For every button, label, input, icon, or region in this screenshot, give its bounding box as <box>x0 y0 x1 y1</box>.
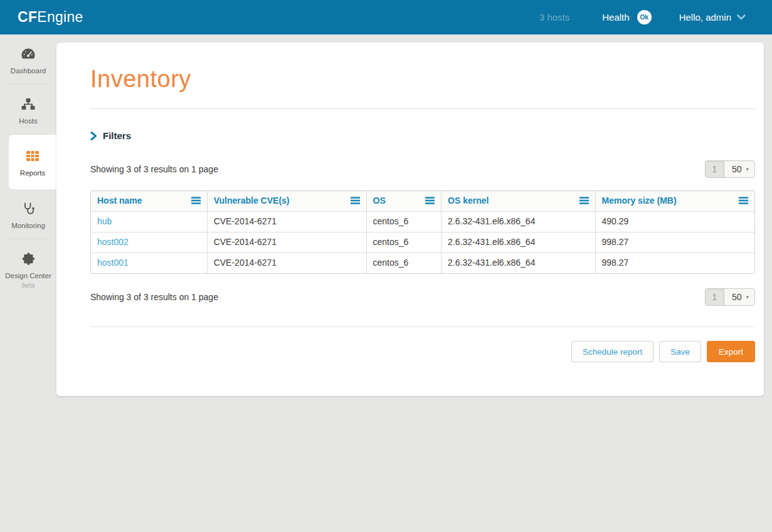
table-row: host002 CVE-2014-6271 centos_6 2.6.32-43… <box>91 232 754 253</box>
sidebar-item-label: Monitoring <box>0 222 56 229</box>
column-header-host-name: Host name <box>91 191 207 211</box>
inventory-table: Host name Vulnerable CVE(s) OS <box>90 190 755 274</box>
page-number-button[interactable]: 1 <box>706 161 724 177</box>
title-divider <box>90 108 755 109</box>
column-menu-icon[interactable] <box>579 197 589 204</box>
health-label: Health <box>602 12 629 23</box>
caret-down-icon: ▾ <box>746 166 749 172</box>
sidebar-item-label: Dashboard <box>0 67 56 75</box>
reports-grid-icon <box>25 149 40 164</box>
cell-vulnerable-cves: CVE-2014-6271 <box>207 232 366 253</box>
cell-vulnerable-cves: CVE-2014-6271 <box>207 253 366 273</box>
cell-memory-size: 998.27 <box>595 232 754 253</box>
column-header-vulnerable-cves: Vulnerable CVE(s) <box>207 191 366 211</box>
sidebar-nav: Dashboard Hosts R <box>0 34 56 532</box>
page-size-value: 50 <box>732 164 742 174</box>
column-menu-icon[interactable] <box>191 197 201 204</box>
hosts-count-label: 3 hosts <box>539 12 569 23</box>
cell-vulnerable-cves: CVE-2014-6271 <box>207 211 366 232</box>
dashboard-gauge-icon <box>21 46 36 61</box>
filters-toggle[interactable]: Filters <box>90 130 166 141</box>
actions-row: Schedule report Save Export <box>90 341 755 362</box>
cell-os-kernel: 2.6.32-431.el6.x86_64 <box>442 211 595 232</box>
results-summary: Showing 3 of 3 results on 1 page <box>90 292 218 302</box>
chevron-down-icon <box>737 14 746 20</box>
column-label: Memory size (MB) <box>602 196 677 206</box>
cell-memory-size: 998.27 <box>595 253 754 273</box>
caret-down-icon: ▾ <box>746 294 749 300</box>
column-label: Host name <box>97 196 142 206</box>
cell-memory-size: 490.29 <box>595 211 754 232</box>
sidebar-item-reports[interactable]: Reports <box>9 135 56 189</box>
pagination-control: 1 50 ▾ <box>705 160 755 178</box>
sidebar-item-label: Reports <box>9 169 56 177</box>
column-label: Vulnerable CVE(s) <box>214 196 290 206</box>
sidebar-item-design-center[interactable]: Design Center beta <box>0 239 56 298</box>
column-label: OS <box>373 196 386 206</box>
page-title: Inventory <box>90 66 755 93</box>
table-header-row: Host name Vulnerable CVE(s) OS <box>91 191 754 211</box>
column-header-os-kernel: OS kernel <box>442 191 595 211</box>
table-row: host001 CVE-2014-6271 centos_6 2.6.32-43… <box>91 253 754 273</box>
column-menu-icon[interactable] <box>739 197 748 204</box>
top-header-bar: CFEngine 3 hosts Health Ok Hello, admin <box>0 0 772 34</box>
actions-divider <box>90 326 755 327</box>
topbar-right-group: 3 hosts Health Ok Hello, admin <box>539 10 772 24</box>
user-greeting-label: Hello, admin <box>679 12 731 23</box>
cell-os: centos_6 <box>366 232 442 253</box>
pagination-control: 1 50 ▾ <box>705 288 755 306</box>
chevron-right-icon <box>90 132 103 140</box>
logo-text-bold: CF <box>18 9 37 25</box>
hosts-sitemap-icon <box>21 96 36 112</box>
host-link[interactable]: host001 <box>97 258 129 268</box>
monitoring-stethoscope-icon <box>21 201 36 216</box>
results-summary: Showing 3 of 3 results on 1 page <box>90 164 218 174</box>
design-center-puzzle-icon <box>21 251 36 266</box>
page-size-dropdown[interactable]: 50 ▾ <box>724 289 754 305</box>
cell-os: centos_6 <box>366 253 442 273</box>
health-ok-badge: Ok <box>637 10 652 24</box>
host-link[interactable]: hub <box>97 216 112 226</box>
logo-text-light: Engine <box>37 9 83 25</box>
cfengine-logo[interactable]: CFEngine <box>18 9 83 26</box>
results-row-bottom: Showing 3 of 3 results on 1 page 1 50 ▾ <box>90 288 755 306</box>
save-button[interactable]: Save <box>659 341 701 362</box>
export-button[interactable]: Export <box>707 341 755 362</box>
filters-label: Filters <box>103 130 131 141</box>
sidebar-item-beta-tag: beta <box>0 281 56 289</box>
schedule-report-button[interactable]: Schedule report <box>571 341 653 362</box>
column-header-os: OS <box>366 191 442 211</box>
page-number-button[interactable]: 1 <box>706 289 724 305</box>
sidebar-item-label: Hosts <box>0 117 56 125</box>
sidebar-item-monitoring[interactable]: Monitoring <box>0 189 56 239</box>
cell-os-kernel: 2.6.32-431.el6.x86_64 <box>442 232 595 253</box>
cell-os-kernel: 2.6.32-431.el6.x86_64 <box>442 253 595 273</box>
column-menu-icon[interactable] <box>425 197 435 204</box>
sidebar-item-dashboard[interactable]: Dashboard <box>0 34 56 84</box>
results-row-top: Showing 3 of 3 results on 1 page 1 50 ▾ <box>90 160 755 178</box>
main-content-panel: Inventory Filters Showing 3 of 3 results… <box>56 43 764 396</box>
host-link[interactable]: host002 <box>97 237 129 247</box>
sidebar-item-hosts[interactable]: Hosts <box>0 85 56 134</box>
column-header-memory-size: Memory size (MB) <box>595 191 754 211</box>
cell-os: centos_6 <box>366 211 442 232</box>
table-row: hub CVE-2014-6271 centos_6 2.6.32-431.el… <box>91 211 754 232</box>
column-label: OS kernel <box>448 196 489 206</box>
user-menu[interactable]: Hello, admin <box>679 12 746 23</box>
page-size-dropdown[interactable]: 50 ▾ <box>724 161 754 177</box>
column-menu-icon[interactable] <box>351 197 360 204</box>
sidebar-item-label: Design Center <box>0 272 56 279</box>
health-status[interactable]: Health Ok <box>602 10 651 24</box>
page-size-value: 50 <box>732 292 742 302</box>
